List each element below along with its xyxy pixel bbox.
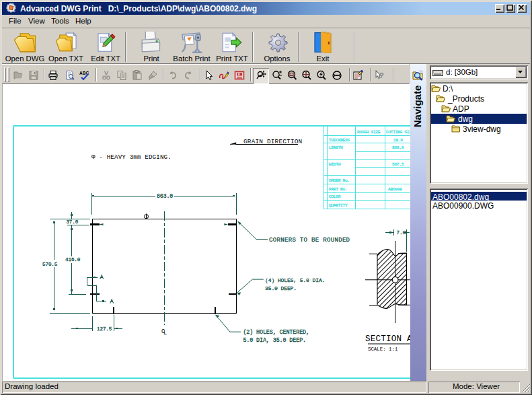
svg-text:?: ?: [379, 71, 384, 79]
svg-text:ROUGH SIZE: ROUGH SIZE: [357, 130, 381, 135]
svg-text:(4) HOLES, 5.0 DIA.: (4) HOLES, 5.0 DIA.: [265, 277, 325, 283]
svg-text:37.0: 37.0: [66, 219, 78, 225]
svg-text:SECTION A: SECTION A: [365, 334, 410, 344]
svg-text:ABO008: ABO008: [388, 187, 402, 192]
svg-text:7.0: 7.0: [397, 230, 406, 236]
svg-text:COLOR: COLOR: [329, 194, 341, 199]
svg-text:863.0: 863.0: [157, 193, 173, 199]
svg-text:570.5: 570.5: [42, 262, 58, 267]
svg-text:863.0: 863.0: [392, 145, 404, 150]
svg-text:ORDER No.: ORDER No.: [329, 178, 350, 183]
svg-text:L: L: [163, 330, 167, 336]
svg-text:CORNERS TO BE ROUNDED: CORNERS TO BE ROUNDED: [269, 237, 350, 244]
svg-text:WIDTH: WIDTH: [329, 162, 341, 167]
svg-text:18.0: 18.0: [393, 138, 403, 143]
svg-text:QUANTITY: QUANTITY: [329, 203, 348, 208]
svg-text:416.0: 416.0: [65, 257, 81, 262]
svg-text:127.5: 127.5: [97, 326, 112, 332]
svg-text:Φ - HEAVY 3mm EDGING.: Φ - HEAVY 3mm EDGING.: [91, 153, 172, 161]
svg-text:35.0 DEEP.: 35.0 DEEP.: [265, 285, 297, 291]
svg-text:(2) HOLES, CENTERED,: (2) HOLES, CENTERED,: [243, 329, 309, 336]
svg-text:5.0 DIA, 35.0 DEEP.: 5.0 DIA, 35.0 DEEP.: [243, 337, 306, 344]
svg-text:PART No.: PART No.: [329, 187, 347, 192]
svg-text:CUTTING SIZE: CUTTING SIZE: [386, 130, 410, 135]
svg-text:LENGTH: LENGTH: [329, 145, 343, 150]
svg-text:567.5: 567.5: [392, 162, 404, 167]
svg-text:SCALE: 1:1: SCALE: 1:1: [368, 347, 398, 352]
svg-text:THICKNESS: THICKNESS: [329, 138, 350, 143]
